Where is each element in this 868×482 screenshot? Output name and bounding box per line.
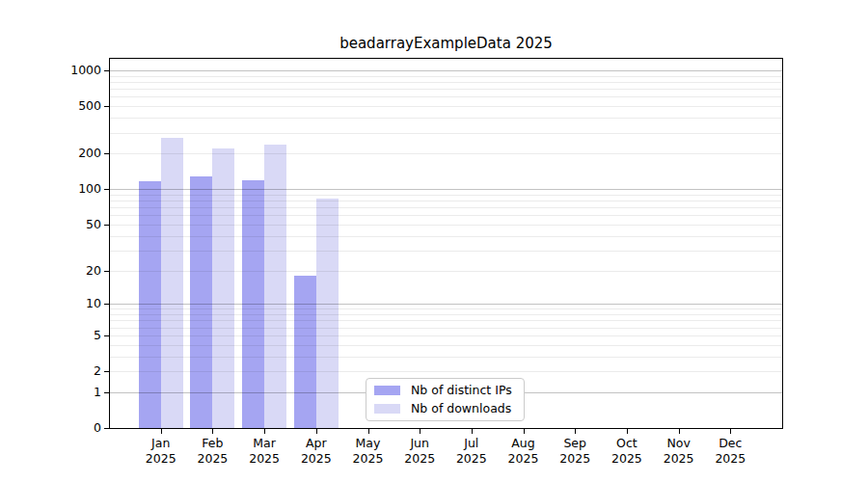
legend-label-downloads: Nb of downloads — [411, 402, 511, 415]
x-tick-mark — [420, 429, 420, 434]
x-tick-label: Dec 2025 — [699, 436, 761, 467]
y-tick-mark — [104, 225, 109, 226]
x-tick-mark — [212, 429, 213, 434]
legend: Nb of distinct IPs Nb of downloads — [366, 378, 525, 421]
y-tick-label: 20 — [40, 263, 101, 279]
y-tick-label: 1000 — [40, 63, 101, 78]
legend-label-distinct-ips: Nb of distinct IPs — [411, 384, 512, 397]
y-tick-label: 0 — [40, 420, 101, 436]
y-tick-mark — [104, 304, 109, 305]
legend-item-distinct-ips: Nb of distinct IPs — [374, 384, 516, 397]
y-tick-label: 2 — [40, 363, 101, 379]
x-tick-mark — [627, 429, 628, 434]
y-tick-label: 50 — [40, 217, 101, 232]
y-tick-mark — [104, 106, 109, 107]
legend-swatch-distinct-ips — [374, 386, 400, 395]
y-tick-mark — [104, 70, 109, 71]
x-tick-mark — [368, 429, 369, 434]
y-tick-label: 100 — [40, 181, 101, 197]
x-tick-mark — [524, 429, 525, 434]
x-tick-mark — [575, 429, 576, 434]
y-tick-label: 1 — [40, 385, 101, 400]
legend-item-downloads: Nb of downloads — [374, 402, 516, 415]
y-tick-label: 10 — [40, 296, 101, 311]
y-tick-label: 200 — [40, 146, 101, 161]
x-tick-mark — [730, 429, 731, 434]
download-stats-chart: beadarrayExampleData 2025 10005002001005… — [0, 0, 868, 482]
x-tick-mark — [264, 429, 265, 434]
y-tick-mark — [104, 153, 109, 154]
y-tick-label: 500 — [40, 98, 101, 114]
y-tick-mark — [104, 271, 109, 272]
legend-swatch-downloads — [374, 404, 400, 414]
y-tick-mark — [104, 392, 109, 393]
x-tick-mark — [679, 429, 680, 434]
y-tick-mark — [104, 335, 109, 336]
y-tick-mark — [104, 428, 109, 429]
y-tick-mark — [104, 189, 109, 190]
x-tick-mark — [472, 429, 473, 434]
x-tick-mark — [161, 429, 162, 434]
x-tick-mark — [316, 429, 317, 434]
y-tick-label: 5 — [40, 328, 101, 343]
y-tick-mark — [104, 371, 109, 372]
